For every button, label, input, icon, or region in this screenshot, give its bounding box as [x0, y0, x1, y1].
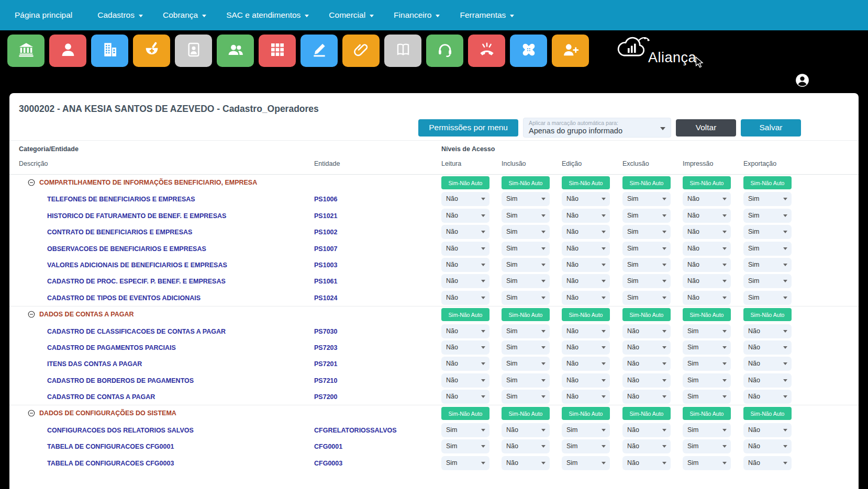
toolbar-button-bank[interactable] — [7, 35, 44, 67]
access-select-exportação[interactable]: Não — [743, 390, 792, 404]
access-select-impressão[interactable]: Não — [683, 274, 731, 288]
access-select-exclusão[interactable]: Não — [622, 357, 671, 371]
nav-item-cobrança[interactable]: Cobrança — [163, 10, 206, 20]
access-select-leitura[interactable]: Não — [441, 373, 489, 388]
access-select-impressão[interactable]: Não — [683, 242, 731, 256]
access-select-exportação[interactable]: Não — [743, 324, 792, 338]
access-select-edição[interactable]: Não — [562, 340, 610, 355]
access-select-impressão[interactable]: Não — [683, 258, 731, 272]
access-select-leitura[interactable]: Não — [441, 192, 489, 206]
access-select-exclusão[interactable]: Sim — [622, 209, 671, 223]
access-select-impressão[interactable]: Sim — [683, 423, 731, 437]
access-select-impressão[interactable]: Sim — [683, 357, 731, 371]
sim-nao-auto-button[interactable]: Sim-Não Auto — [622, 407, 671, 420]
access-select-impressão[interactable]: Não — [683, 225, 731, 239]
profile-icon[interactable] — [795, 73, 809, 89]
permissions-by-menu-button[interactable]: Permissões por menu — [418, 119, 518, 137]
access-select-edição[interactable]: Sim — [562, 439, 610, 453]
toolbar-button-headset[interactable] — [426, 35, 463, 67]
sim-nao-auto-button[interactable]: Sim-Não Auto — [502, 176, 550, 189]
access-select-leitura[interactable]: Não — [441, 357, 489, 371]
access-select-exclusão[interactable]: Sim — [622, 291, 671, 305]
toolbar-button-users[interactable] — [217, 35, 254, 67]
access-select-exclusão[interactable]: Não — [622, 456, 671, 470]
nav-item-financeiro[interactable]: Financeiro — [394, 10, 440, 20]
access-select-exportação[interactable]: Sim — [743, 209, 792, 223]
access-select-exclusão[interactable]: Não — [622, 423, 671, 437]
access-select-exportação[interactable]: Não — [743, 423, 792, 437]
sim-nao-auto-button[interactable]: Sim-Não Auto — [441, 176, 489, 189]
access-select-leitura[interactable]: Não — [441, 242, 489, 256]
access-select-edição[interactable]: Não — [562, 209, 610, 223]
access-select-exclusão[interactable]: Não — [622, 373, 671, 388]
nav-item-ferramentas[interactable]: Ferramentas — [460, 10, 514, 20]
sim-nao-auto-button[interactable]: Sim-Não Auto — [562, 176, 610, 189]
access-select-exportação[interactable]: Sim — [743, 192, 792, 206]
access-select-exclusão[interactable]: Sim — [622, 192, 671, 206]
toolbar-button-paperclip[interactable] — [342, 35, 380, 67]
access-select-inclusão[interactable]: Sim — [502, 258, 550, 272]
access-select-leitura[interactable]: Não — [441, 209, 489, 223]
access-select-exclusão[interactable]: Não — [622, 390, 671, 404]
access-select-edição[interactable]: Não — [562, 291, 610, 305]
access-select-leitura[interactable]: Não — [441, 274, 489, 288]
sim-nao-auto-button[interactable]: Sim-Não Auto — [622, 176, 671, 189]
access-select-impressão[interactable]: Sim — [683, 324, 731, 338]
access-select-impressão[interactable]: Sim — [683, 456, 731, 470]
collapse-icon[interactable] — [28, 179, 35, 188]
access-select-inclusão[interactable]: Sim — [502, 373, 550, 388]
access-select-leitura[interactable]: Sim — [441, 456, 489, 470]
access-select-edição[interactable]: Não — [562, 357, 610, 371]
sim-nao-auto-button[interactable]: Sim-Não Auto — [622, 308, 671, 321]
access-select-impressão[interactable]: Não — [683, 291, 731, 305]
toolbar-button-user-plus[interactable] — [552, 35, 589, 67]
access-select-impressão[interactable]: Sim — [683, 439, 731, 453]
access-select-edição[interactable]: Não — [562, 242, 610, 256]
toolbar-button-phone-slash[interactable] — [468, 35, 505, 67]
access-select-exportação[interactable]: Não — [743, 439, 792, 453]
access-select-leitura[interactable]: Não — [441, 258, 489, 272]
access-select-leitura[interactable]: Não — [441, 324, 489, 338]
toolbar-button-pharmacy[interactable] — [133, 35, 170, 67]
access-select-inclusão[interactable]: Sim — [502, 324, 550, 338]
sim-nao-auto-button[interactable]: Sim-Não Auto — [562, 407, 610, 420]
access-select-inclusão[interactable]: Sim — [502, 192, 550, 206]
access-select-leitura[interactable]: Não — [441, 390, 489, 404]
access-select-edição[interactable]: Não — [562, 324, 610, 338]
access-select-edição[interactable]: Não — [562, 390, 610, 404]
access-select-leitura[interactable]: Sim — [441, 423, 489, 437]
access-select-exclusão[interactable]: Sim — [622, 274, 671, 288]
access-select-inclusão[interactable]: Não — [502, 423, 550, 437]
access-select-exportação[interactable]: Sim — [743, 225, 792, 239]
access-select-exportação[interactable]: Não — [743, 456, 792, 470]
collapse-icon[interactable] — [28, 311, 35, 320]
access-select-inclusão[interactable]: Sim — [502, 242, 550, 256]
access-select-exclusão[interactable]: Sim — [622, 258, 671, 272]
access-select-edição[interactable]: Não — [562, 225, 610, 239]
access-select-exportação[interactable]: Sim — [743, 242, 792, 256]
access-select-exclusão[interactable]: Não — [622, 340, 671, 355]
access-select-inclusão[interactable]: Sim — [502, 390, 550, 404]
access-select-exportação[interactable]: Não — [743, 373, 792, 388]
category-label[interactable]: COMPARTILHAMENTO DE INFORMAÇÕES BENEFICI… — [39, 179, 257, 186]
access-select-exclusão[interactable]: Sim — [622, 225, 671, 239]
access-select-exclusão[interactable]: Não — [622, 439, 671, 453]
collapse-icon[interactable] — [28, 410, 35, 419]
access-select-edição[interactable]: Não — [562, 274, 610, 288]
access-select-impressão[interactable]: Sim — [683, 340, 731, 355]
access-select-edição[interactable]: Sim — [562, 456, 610, 470]
access-select-leitura[interactable]: Não — [441, 291, 489, 305]
toolbar-button-id-card[interactable] — [175, 35, 212, 67]
sim-nao-auto-button[interactable]: Sim-Não Auto — [502, 308, 550, 321]
access-select-exclusão[interactable]: Não — [622, 324, 671, 338]
access-select-impressão[interactable]: Não — [683, 209, 731, 223]
access-select-impressão[interactable]: Sim — [683, 373, 731, 388]
sim-nao-auto-button[interactable]: Sim-Não Auto — [441, 308, 489, 321]
access-select-leitura[interactable]: Sim — [441, 439, 489, 453]
sim-nao-auto-button[interactable]: Sim-Não Auto — [502, 407, 550, 420]
access-select-inclusão[interactable]: Sim — [502, 340, 550, 355]
access-select-leitura[interactable]: Não — [441, 225, 489, 239]
access-select-inclusão[interactable]: Sim — [502, 357, 550, 371]
sim-nao-auto-button[interactable]: Sim-Não Auto — [743, 176, 792, 189]
toolbar-button-user[interactable] — [49, 35, 86, 67]
